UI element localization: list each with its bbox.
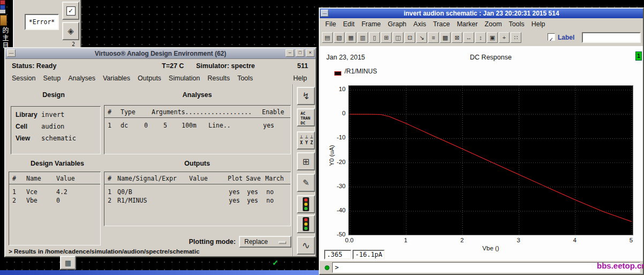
menu-analyses[interactable]: Analyses [68,75,95,82]
menu-setup[interactable]: Setup [43,75,61,82]
menu-results[interactable]: Results [207,75,230,82]
command-input[interactable]: > [332,262,640,273]
output-row-cell[interactable]: yes [229,188,240,196]
subwindow-icon[interactable]: ⊞ [381,32,392,43]
menu-tools[interactable]: Tools [237,75,253,82]
output-row-cell[interactable]: Q0/B [117,188,132,196]
edit-labels-icon[interactable]: ≡ [428,32,439,43]
zoom-x-icon[interactable]: ↔ [463,32,474,43]
menu-edit[interactable]: Edit [343,20,355,28]
check-button[interactable]: ✓ [62,2,79,20]
ade-titlebar[interactable]: — Virtuoso® Analog Design Environment (6… [5,48,316,59]
minimize-button[interactable]: – [286,49,294,57]
crosshair-icon[interactable]: ∷ [511,32,521,43]
stop-simulation-button[interactable] [297,215,315,233]
menu-file[interactable]: File [325,20,336,28]
menu-frame[interactable]: Frame [362,20,381,28]
menu-help[interactable]: Help [531,20,545,28]
menu-graph[interactable]: Graph [388,20,407,28]
view-value[interactable]: schematic [41,135,76,142]
panel-gray-icon[interactable] [0,10,5,13]
menu-variables[interactable]: Variables [103,75,130,82]
folder-icon[interactable] [0,15,7,26]
label-input[interactable] [582,32,641,43]
analysis-row-cell[interactable]: Line.. [208,122,231,129]
zoom-fit-icon[interactable]: ▣ [487,32,498,43]
variable-row-cell[interactable]: Vbe [26,197,38,204]
variable-row-cell[interactable]: Vce [26,188,38,196]
output-row-cell[interactable]: yes [229,197,240,204]
choose-analyses-button[interactable]: AC TRAN DC [297,108,315,127]
analysis-row-cell[interactable]: yes [263,122,274,129]
panel-red-icon[interactable] [0,0,5,5]
close-button[interactable]: × [306,49,314,57]
output-row-cell[interactable]: no [266,188,274,196]
dc-plot-svg[interactable] [348,85,633,235]
y-tick-label: -30 [324,183,346,189]
menu-outputs[interactable]: Outputs [138,75,161,82]
outputs-panel[interactable]: # Name/Signal/Expr Value Plot Save March… [104,172,291,226]
output-row-cell[interactable]: yes [247,197,258,204]
output-row-cell[interactable]: 2 [108,197,111,204]
pan-icon[interactable]: + [499,32,510,43]
export-data-icon[interactable]: ↘ [416,32,427,43]
legend-label[interactable]: /R1/MINUS [345,68,377,75]
overlay-icon[interactable]: ◫ [393,32,403,43]
variable-row-cell[interactable]: 2 [12,197,16,204]
menu-axis[interactable]: Axis [414,20,426,28]
panel-blue-icon[interactable] [0,5,5,10]
output-row-cell[interactable]: no [266,197,274,204]
print-icon[interactable]: ▤ [322,32,333,43]
taskbar[interactable] [0,270,319,275]
library-value[interactable]: invert [41,111,64,118]
zoom-y-icon[interactable]: ↕ [475,32,486,43]
graph-titlebar[interactable]: — invert audion schematic : Jan 23 20:20… [320,9,643,18]
setup-outputs-button[interactable]: ⊞ [297,152,315,170]
label-checkbox-label[interactable]: Label [558,34,574,41]
single-window-icon[interactable]: ▯ [369,32,380,43]
design-variables-panel[interactable]: # Name Value 1 Vce 4.2 2 Vbe 0 [9,172,101,246]
analyses-panel[interactable]: # Type Arguments.................. Enabl… [104,105,291,154]
legend-swatch[interactable] [334,71,341,76]
variable-row-cell[interactable]: 1 [12,188,16,196]
plotting-mode-dropdown[interactable]: Replace [239,236,291,248]
fill-style-icon[interactable]: ▩ [440,32,451,43]
variable-row-cell[interactable]: 0 [56,197,60,204]
output-row-cell[interactable]: 1 [108,188,111,196]
menu-session[interactable]: Session [12,75,35,82]
grid-toggle-icon[interactable]: ▦ [346,32,356,43]
label-checkbox[interactable]: ✓ [548,33,555,41]
menu-trace[interactable]: Trace [433,20,450,28]
strip-mode-icon[interactable]: ▥ [357,32,368,43]
analysis-row-cell[interactable]: 0 [144,122,148,129]
export-image-icon[interactable]: ▧ [334,32,345,43]
analysis-row-cell[interactable]: 5 [163,122,167,129]
run-simulation-button[interactable] [297,195,315,213]
skip-button[interactable]: ◈ [62,22,79,40]
menu-marker[interactable]: Marker [457,20,478,28]
menu-help[interactable]: Help [293,75,307,82]
output-row-cell[interactable]: yes [247,188,258,196]
plot-outputs-button[interactable]: ∿ [297,236,315,255]
probe-button[interactable]: ↯ [297,87,315,105]
analysis-row-cell[interactable]: dc [121,122,128,129]
analysis-row-cell[interactable]: 100m [182,122,197,129]
menu-tools[interactable]: Tools [509,20,525,28]
menu-simulation[interactable]: Simulation [169,75,200,82]
outputs-setup-icon: ⊞ [302,157,309,167]
copy-graph-icon[interactable]: ⊡ [405,32,415,43]
menu-zoom[interactable]: Zoom [485,20,502,28]
cell-value[interactable]: audion [41,123,64,130]
edit-variables-button[interactable]: ┴ ┴ ┴ X Y Z [297,131,315,150]
select-region-icon[interactable]: ⊠ [452,32,462,43]
output-row-cell[interactable]: R1/MINUS [117,197,147,204]
graph-menubar: FileEditFrameGraphAxisTraceMarkerZoomToo… [325,20,545,28]
minimized-tool-icon[interactable]: ▦ [60,256,76,270]
page-badge[interactable]: 1 [635,51,642,61]
maximize-button[interactable]: □ [296,49,304,57]
analysis-row-cell[interactable]: 1 [108,122,111,129]
annotate-button[interactable]: ✎ [297,174,315,192]
variable-row-cell[interactable]: 4.2 [56,188,68,196]
column-header: March [265,175,284,182]
x-position-readout: .365 [324,250,351,259]
